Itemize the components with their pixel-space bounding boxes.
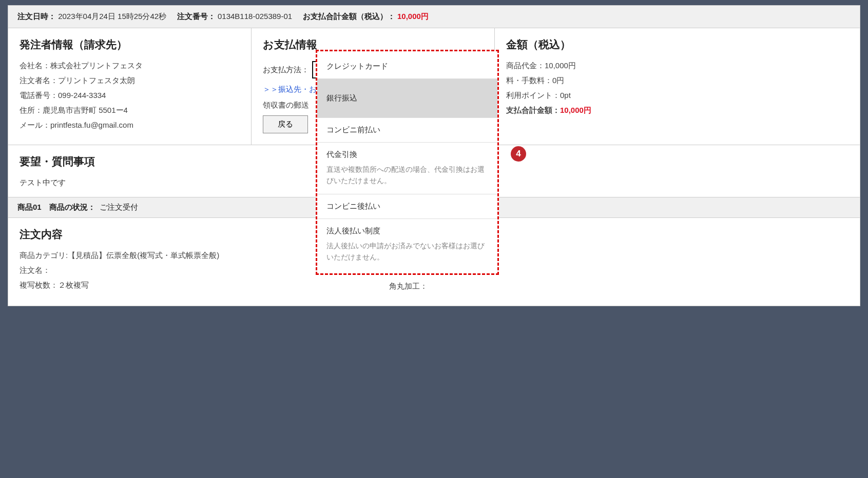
order-header: 注文日時： 2023年04月24日 15時25分42秒 注文番号： 0134B1… [8,6,860,28]
amounts-panel: 金額（税込） 商品代金：10,000円 料・手数料：0円 利用ポイント：0pt … [495,28,860,145]
name-value: プリントフェスタ太朗 [58,76,135,85]
pay-method-dropdown: クレジットカード 銀行振込 コンビニ前払い 代金引換 直送や複数箇所への配送の場… [316,50,499,275]
dd-option-credit[interactable]: クレジットカード [317,54,497,79]
order-date-label: 注文日時： [17,12,56,21]
dd-option-bank[interactable]: 銀行振込 [317,79,497,118]
copies-value: ２枚複写 [58,281,89,289]
amounts-title: 金額（税込） [506,37,848,52]
back-button[interactable]: 戻る [263,115,308,133]
orderer-info-panel: 発注者情報（請求先） 会社名：株式会社プリントフェスタ 注文者名：プリントフェス… [8,28,252,145]
orderer-title: 発注者情報（請求先） [20,37,240,52]
points-label: 利用ポイント： [506,91,560,99]
email-value: printfesta.fu@gmail.com [50,121,133,129]
dd-cod-desc: 直送や複数箇所への配送の場合、代金引換はお選びいただけません。 [326,164,488,187]
phone-label: 電話番号： [20,91,58,99]
dd-option-conv-postpay[interactable]: コンビニ後払い [317,194,497,219]
dd-corp-title: 法人後払い制度 [326,226,488,236]
dd-option-cod[interactable]: 代金引換 直送や複数箇所への配送の場合、代金引換はお選びいただけません。 [317,143,497,194]
dd-cod-title: 代金引換 [326,150,488,160]
corner-label: 角丸加工： [389,282,848,291]
pay-total-label: お支払合計金額（税込）： [303,12,395,21]
address-value: 鹿児島市吉野町 5501ー4 [43,106,128,114]
payment-panel: お支払情報 お支払方法： ＞＞振込先・お 領収書の郵送 戻る クレジットカード … [252,28,495,145]
fee-label: 料・手数料： [506,76,552,85]
copies-label: 複写枚数： [20,281,58,289]
item-amount-value: 10,000円 [545,61,576,70]
name-label: 注文者名： [20,76,58,85]
total-label: 支払合計金額： [506,106,560,114]
company-label: 会社名： [20,61,50,70]
order-container: 注文日時： 2023年04月24日 15時25分42秒 注文番号： 0134B1… [8,5,860,306]
email-label: メール： [20,121,50,129]
dd-corp-desc: 法人後払いの申請がお済みでないお客様はお選びいただけません。 [326,240,488,263]
phone-value: 099-244-3334 [58,91,106,99]
total-value: 10,000円 [560,106,591,114]
fee-value: 0円 [552,76,564,85]
product-status-text: ご注文受付 [100,203,138,211]
annotation-badge: 4 [511,146,526,162]
order-num-label: 注文番号： [177,12,216,21]
company-value: 株式会社プリントフェスタ [50,61,143,70]
order-num-value: 0134B118-025389-01 [218,12,292,21]
pay-total-value: 10,000円 [397,12,429,21]
dd-option-conv-prepay[interactable]: コンビニ前払い [317,118,497,143]
product-label: 商品01 商品の状況： [17,203,95,211]
category-label: 商品カテゴリ: [20,251,68,260]
address-label: 住所： [20,106,43,114]
pay-method-label: お支払方法： [263,65,309,75]
category-value: 【見積品】伝票全般(複写式・単式帳票全般) [68,251,219,260]
item-amount-label: 商品代金： [506,61,545,70]
dd-option-corp[interactable]: 法人後払い制度 法人後払いの申請がお済みでないお客様はお選びいただけません。 [317,219,497,270]
order-date-value: 2023年04月24日 15時25分42秒 [58,12,166,21]
points-value: 0pt [560,91,571,99]
